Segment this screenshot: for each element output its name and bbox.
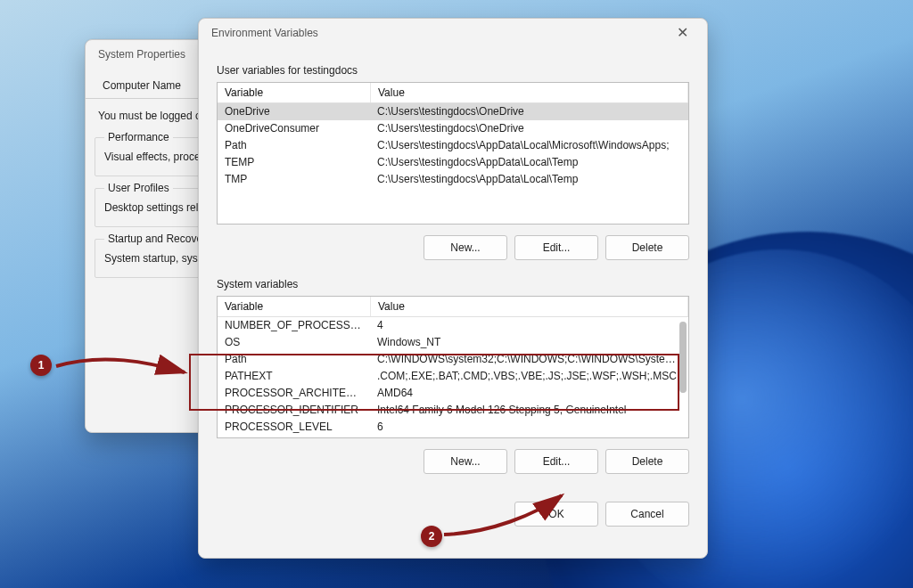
cell-val: C:\Users\testingdocs\AppData\Local\Micro… — [370, 137, 688, 154]
cell-var: PROCESSOR_IDENTIFIER — [218, 402, 370, 419]
cancel-button[interactable]: Cancel — [605, 502, 689, 527]
col-value[interactable]: Value — [371, 297, 688, 316]
cell-var: PROCESSOR_REVISION — [218, 436, 370, 438]
user-vars-button-row: New... Edit... Delete — [217, 225, 689, 278]
ok-button[interactable]: OK — [514, 502, 598, 527]
cell-var: TMP — [218, 171, 370, 188]
cell-val: 6 — [370, 419, 688, 436]
cell-val: Windows_NT — [370, 334, 688, 351]
annotation-badge-1: 1 — [30, 355, 52, 376]
cell-val: C:\Users\testingdocs\OneDrive — [370, 103, 688, 120]
close-icon[interactable]: ✕ — [670, 26, 695, 40]
cell-var: OneDriveConsumer — [218, 120, 370, 137]
cell-val: C:\Users\testingdocs\AppData\Local\Temp — [370, 171, 688, 188]
user-variables-label: User variables for testingdocs — [217, 64, 689, 77]
list-item[interactable]: PROCESSOR_ARCHITECTURE AMD64 — [218, 385, 688, 402]
list-item[interactable]: OneDrive C:\Users\testingdocs\OneDrive — [218, 103, 688, 120]
sys-vars-button-row: New... Edit... Delete — [217, 438, 689, 492]
cell-var: PROCESSOR_ARCHITECTURE — [218, 385, 370, 402]
cell-val: C:\WINDOWS\system32;C:\WINDOWS;C:\WINDOW… — [370, 351, 688, 368]
cell-var: PATHEXT — [218, 368, 370, 385]
user-new-button[interactable]: New... — [424, 235, 507, 260]
cell-var: NUMBER_OF_PROCESSORS — [218, 317, 370, 334]
cell-var: Path — [218, 351, 370, 368]
environment-variables-window: Environment Variables ✕ User variables f… — [198, 18, 708, 559]
list-item[interactable]: Path C:\WINDOWS\system32;C:\WINDOWS;C:\W… — [218, 351, 688, 368]
cell-val: AMD64 — [370, 385, 688, 402]
col-variable[interactable]: Variable — [218, 83, 371, 102]
list-item[interactable]: PROCESSOR_REVISION 7e05 — [218, 436, 688, 438]
sys-edit-button[interactable]: Edit... — [514, 449, 598, 474]
cell-var: PROCESSOR_LEVEL — [218, 419, 370, 436]
sys-list-header[interactable]: Variable Value — [218, 297, 688, 317]
user-list-header[interactable]: Variable Value — [218, 83, 688, 103]
cell-val: .COM;.EXE;.BAT;.CMD;.VBS;.VBE;.JS;.JSE;.… — [370, 368, 688, 385]
system-variables-label: System variables — [217, 278, 689, 290]
performance-legend: Performance — [104, 131, 173, 143]
list-item[interactable]: Path C:\Users\testingdocs\AppData\Local\… — [218, 137, 688, 154]
user-profiles-legend: User Profiles — [104, 182, 173, 194]
list-item[interactable]: PROCESSOR_IDENTIFIER Intel64 Family 6 Mo… — [218, 402, 688, 419]
cell-var: OS — [218, 334, 370, 351]
list-item[interactable]: PROCESSOR_LEVEL 6 — [218, 419, 688, 436]
list-item[interactable]: PATHEXT .COM;.EXE;.BAT;.CMD;.VBS;.VBE;.J… — [218, 368, 688, 385]
col-value[interactable]: Value — [371, 83, 688, 102]
list-item[interactable]: NUMBER_OF_PROCESSORS 4 — [218, 317, 688, 334]
env-titlebar[interactable]: Environment Variables ✕ — [199, 19, 707, 48]
user-variables-list[interactable]: Variable Value OneDrive C:\Users\testing… — [217, 82, 689, 225]
cell-val: 4 — [370, 317, 688, 334]
sys-delete-button[interactable]: Delete — [605, 449, 689, 474]
tab-computer-name[interactable]: Computer Name — [93, 75, 191, 98]
list-item[interactable]: OneDriveConsumer C:\Users\testingdocs\On… — [218, 120, 688, 137]
user-edit-button[interactable]: Edit... — [514, 235, 598, 260]
cell-val: Intel64 Family 6 Model 126 Stepping 5, G… — [370, 402, 688, 419]
list-item[interactable]: OS Windows_NT — [218, 334, 688, 351]
dialog-footer-buttons: OK Cancel — [217, 495, 689, 527]
scrollbar-thumb[interactable] — [679, 322, 687, 393]
cell-var: Path — [218, 137, 370, 154]
annotation-badge-2: 2 — [421, 526, 442, 547]
cell-val: C:\Users\testingdocs\AppData\Local\Temp — [370, 154, 688, 171]
col-variable[interactable]: Variable — [218, 297, 371, 316]
cell-val: C:\Users\testingdocs\OneDrive — [370, 120, 688, 137]
sys-new-button[interactable]: New... — [424, 449, 507, 474]
env-title: Environment Variables — [211, 27, 670, 39]
user-delete-button[interactable]: Delete — [605, 235, 689, 260]
cell-var: TEMP — [218, 154, 370, 171]
annotation-badge-2-text: 2 — [429, 530, 435, 543]
list-item[interactable]: TEMP C:\Users\testingdocs\AppData\Local\… — [218, 154, 688, 171]
cell-var: OneDrive — [218, 103, 370, 120]
list-item[interactable]: TMP C:\Users\testingdocs\AppData\Local\T… — [218, 171, 688, 188]
system-variables-list[interactable]: Variable Value NUMBER_OF_PROCESSORS 4 OS… — [217, 296, 689, 438]
annotation-badge-1-text: 1 — [38, 359, 45, 372]
cell-val: 7e05 — [370, 436, 688, 438]
